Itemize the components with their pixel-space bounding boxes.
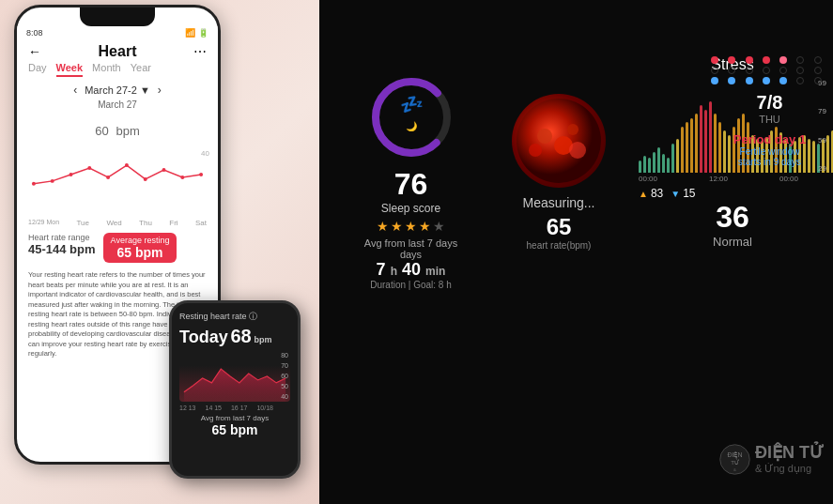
stress-value: 36 (639, 200, 826, 235)
star-2: ★ (391, 219, 403, 234)
watch-today-bpm: 68 (230, 326, 251, 346)
watch-avg-label: Avg from last 7 days (179, 414, 290, 422)
stress-bottom: ▲ 83 ▼ 15 (639, 187, 826, 200)
status-time: 8:08 (26, 28, 43, 38)
svg-marker-11 (184, 369, 285, 401)
stress-bar (662, 154, 665, 173)
stress-status: Normal (639, 235, 826, 249)
stress-bar (639, 160, 641, 174)
day-4: Fri (169, 219, 177, 227)
watch-screen: Resting heart rate ⓘ Today 68 bpm (172, 303, 298, 476)
watch-mockup: Resting heart rate ⓘ Today 68 bpm (169, 300, 301, 479)
watermark-text-block: ĐIỆN TỬ & Ứng dụng (755, 444, 824, 475)
stress-bar (657, 147, 660, 173)
x-label-12: 12:00 (709, 175, 728, 183)
stress-bar (676, 139, 679, 173)
avg-badge-value: 65 bpm (111, 245, 170, 260)
fertile-dot (746, 77, 753, 84)
stress-bar (690, 118, 693, 174)
fertile-dot (763, 77, 770, 84)
stress-low-indicator: ▼ 15 (671, 187, 695, 200)
tab-year[interactable]: Year (131, 62, 151, 77)
prev-icon[interactable]: ‹ (73, 84, 77, 97)
fertile-dot (796, 56, 804, 64)
measuring-bpm: 65 (498, 214, 620, 240)
svg-text:💤: 💤 (399, 93, 423, 115)
stress-bar (667, 158, 670, 173)
stress-high-indicator: ▲ 83 (639, 187, 663, 200)
svg-point-0 (32, 182, 36, 186)
y-label-70: 70 (281, 362, 288, 369)
svg-point-8 (180, 176, 184, 179)
stress-x-labels: 00:00 12:00 00:00 (639, 175, 826, 183)
day-0: 12/29 Mon (28, 219, 59, 227)
fertile-widget: 7/8 THU Period day 1 Fertile window star… (711, 56, 828, 167)
y-label-40: 40 (281, 393, 288, 400)
tab-day[interactable]: Day (28, 62, 47, 77)
svg-point-5 (125, 163, 129, 167)
stress-bar (648, 158, 651, 173)
x-label-24: 00:00 (779, 175, 798, 183)
x-label-0: 00:00 (639, 175, 657, 183)
fertile-dot (728, 56, 735, 64)
day-3: Thu (139, 219, 152, 227)
stress-low-value: 15 (683, 187, 695, 200)
fertile-dot (779, 56, 787, 64)
day-1: Tue (76, 219, 89, 227)
sleep-h: 7 (377, 260, 386, 279)
next-icon[interactable]: › (158, 84, 162, 97)
fertile-dot (746, 56, 753, 64)
fertile-dot (728, 77, 735, 84)
y-label-80: 80 (281, 352, 288, 359)
triangle-up-icon: ▲ (639, 189, 648, 199)
fertile-day: THU (711, 114, 828, 125)
tab-month[interactable]: Month (92, 62, 121, 77)
phone-title: Heart (99, 43, 137, 60)
fertile-dot (728, 67, 735, 74)
stress-bar (695, 114, 698, 173)
star-4: ★ (419, 219, 431, 234)
fertile-period-day: Period day 1 (711, 132, 828, 146)
svg-point-9 (199, 173, 203, 176)
phone-tabs: Day Week Month Year (17, 62, 218, 81)
status-icons: 📶 🔋 (185, 28, 208, 38)
fertile-dot (814, 67, 822, 74)
phone-bpm: 60 bpm (17, 112, 218, 142)
phone-date-label: March 27 (17, 99, 218, 112)
measuring-bpm-label: heart rate(bpm) (498, 240, 620, 251)
back-icon[interactable]: ← (28, 44, 41, 59)
svg-point-6 (144, 177, 147, 181)
stress-bar (643, 156, 646, 173)
watch-x-labels: 12 13 14 15 16 17 10/18 (179, 405, 290, 411)
phone-status-bar: 8:08 📶 🔋 (17, 26, 218, 39)
sleep-score: 76 (338, 167, 484, 202)
hr-range-value: 45-144 bpm (28, 242, 96, 256)
date-range[interactable]: March 27-2 ▼ (85, 84, 150, 96)
measuring-circle (512, 94, 606, 188)
svg-point-13 (376, 82, 447, 153)
tab-week[interactable]: Week (56, 62, 84, 77)
svg-text:TỬ: TỬ (731, 457, 739, 466)
hr-range-label: Heart rate range (28, 233, 96, 242)
watch-chart: 80 70 60 50 40 (179, 350, 290, 402)
watermark-logo-svg: ĐIỆN TỬ & (718, 443, 751, 476)
phone-notch (80, 8, 155, 26)
sleep-ring-svg: 💤 🌙 (369, 75, 454, 160)
fertile-dots (711, 56, 828, 84)
phone-chart-area: 40 (17, 142, 218, 217)
svg-point-19 (567, 124, 578, 135)
svg-point-4 (106, 176, 110, 179)
more-icon[interactable]: ⋯ (193, 44, 207, 59)
watch-bpm-labels: 80 70 60 50 40 (279, 350, 290, 402)
fertile-dot (711, 77, 718, 84)
sleep-label: Sleep score (338, 202, 484, 215)
right-section: 💤 🌙 76 Sleep score ★ ★ ★ ★ ★ Avg from la… (319, 0, 833, 504)
svg-text:&: & (733, 467, 736, 472)
y-label-60: 60 (281, 373, 288, 379)
sleep-widget: 💤 🌙 76 Sleep score ★ ★ ★ ★ ★ Avg from la… (338, 75, 484, 290)
sleep-ring: 💤 🌙 (369, 75, 454, 160)
fertile-window-label: Fertile window (711, 146, 828, 157)
watch-avg-value: 65 bpm (179, 422, 290, 437)
fertile-dot (796, 77, 804, 84)
watermark-line1: ĐIỆN TỬ (755, 444, 824, 463)
